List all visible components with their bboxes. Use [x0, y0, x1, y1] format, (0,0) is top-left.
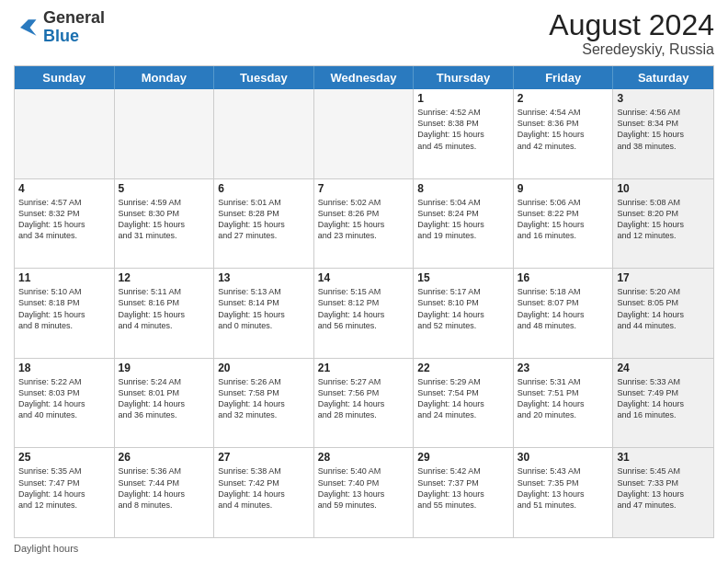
- day-number: 8: [417, 182, 509, 195]
- calendar-cell: 2Sunrise: 4:54 AM Sunset: 8:36 PM Daylig…: [514, 89, 614, 178]
- cell-info: Sunrise: 5:43 AM Sunset: 7:35 PM Dayligh…: [518, 465, 609, 511]
- cell-info: Sunrise: 5:40 AM Sunset: 7:40 PM Dayligh…: [318, 465, 410, 511]
- day-number: 18: [18, 362, 110, 374]
- weekday-header: Thursday: [414, 66, 514, 89]
- cell-info: Sunrise: 5:10 AM Sunset: 8:18 PM Dayligh…: [18, 286, 110, 331]
- day-number: 2: [518, 92, 609, 105]
- calendar-cell: 6Sunrise: 5:01 AM Sunset: 8:28 PM Daylig…: [214, 179, 314, 269]
- day-number: 27: [218, 451, 310, 464]
- svg-marker-0: [20, 19, 37, 36]
- cell-info: Sunrise: 5:15 AM Sunset: 8:12 PM Dayligh…: [318, 286, 410, 331]
- logo: General Blue: [14, 9, 105, 46]
- day-number: 4: [18, 182, 110, 195]
- cell-info: Sunrise: 5:08 AM Sunset: 8:20 PM Dayligh…: [617, 197, 710, 242]
- calendar-cell: 19Sunrise: 5:24 AM Sunset: 8:01 PM Dayli…: [115, 359, 215, 448]
- logo-icon: [14, 15, 40, 40]
- calendar-cell: 28Sunrise: 5:40 AM Sunset: 7:40 PM Dayli…: [314, 448, 415, 537]
- cell-info: Sunrise: 4:57 AM Sunset: 8:32 PM Dayligh…: [18, 197, 110, 242]
- day-number: 5: [119, 182, 210, 195]
- calendar-cell: 30Sunrise: 5:43 AM Sunset: 7:35 PM Dayli…: [514, 448, 614, 537]
- cell-info: Sunrise: 5:24 AM Sunset: 8:01 PM Dayligh…: [119, 376, 210, 421]
- cell-info: Sunrise: 5:17 AM Sunset: 8:10 PM Dayligh…: [417, 286, 509, 331]
- weekday-header: Saturday: [613, 66, 713, 89]
- logo-blue: Blue: [43, 27, 79, 45]
- day-number: 21: [318, 362, 410, 374]
- day-number: 24: [617, 362, 710, 374]
- calendar-cell: 13Sunrise: 5:13 AM Sunset: 8:14 PM Dayli…: [214, 269, 314, 358]
- day-number: 10: [617, 182, 710, 195]
- calendar-cell: 18Sunrise: 5:22 AM Sunset: 8:03 PM Dayli…: [15, 359, 115, 448]
- cell-info: Sunrise: 5:38 AM Sunset: 7:42 PM Dayligh…: [218, 465, 310, 511]
- cell-info: Sunrise: 4:59 AM Sunset: 8:30 PM Dayligh…: [119, 197, 210, 242]
- header: General Blue August 2024 Seredeyskiy, Ru…: [14, 9, 714, 58]
- cell-info: Sunrise: 5:22 AM Sunset: 8:03 PM Dayligh…: [18, 376, 110, 421]
- day-number: 3: [617, 92, 710, 105]
- calendar-row: 1Sunrise: 4:52 AM Sunset: 8:38 PM Daylig…: [15, 89, 713, 178]
- month-year: August 2024: [549, 9, 714, 41]
- calendar-row: 4Sunrise: 4:57 AM Sunset: 8:32 PM Daylig…: [15, 178, 713, 269]
- day-number: 14: [318, 271, 410, 284]
- cell-info: Sunrise: 5:31 AM Sunset: 7:51 PM Dayligh…: [518, 376, 609, 421]
- calendar-cell: [115, 89, 215, 178]
- cell-info: Sunrise: 5:13 AM Sunset: 8:14 PM Dayligh…: [218, 286, 310, 331]
- day-number: 19: [119, 362, 210, 374]
- day-number: 7: [318, 182, 410, 195]
- calendar: SundayMondayTuesdayWednesdayThursdayFrid…: [14, 65, 714, 538]
- weekday-header: Tuesday: [214, 66, 314, 89]
- calendar-cell: 27Sunrise: 5:38 AM Sunset: 7:42 PM Dayli…: [214, 448, 314, 537]
- calendar-cell: [314, 89, 415, 178]
- day-number: 15: [417, 271, 509, 284]
- day-number: 31: [617, 451, 710, 464]
- calendar-cell: 14Sunrise: 5:15 AM Sunset: 8:12 PM Dayli…: [314, 269, 415, 358]
- day-number: 29: [417, 451, 509, 464]
- weekday-header: Wednesday: [314, 66, 415, 89]
- title-block: August 2024 Seredeyskiy, Russia: [549, 9, 714, 58]
- cell-info: Sunrise: 5:01 AM Sunset: 8:28 PM Dayligh…: [218, 197, 310, 242]
- calendar-cell: 1Sunrise: 4:52 AM Sunset: 8:38 PM Daylig…: [414, 89, 514, 178]
- cell-info: Sunrise: 5:11 AM Sunset: 8:16 PM Dayligh…: [119, 286, 210, 331]
- cell-info: Sunrise: 4:54 AM Sunset: 8:36 PM Dayligh…: [518, 107, 609, 152]
- cell-info: Sunrise: 5:04 AM Sunset: 8:24 PM Dayligh…: [417, 197, 509, 242]
- cell-info: Sunrise: 5:20 AM Sunset: 8:05 PM Dayligh…: [617, 286, 710, 331]
- cell-info: Sunrise: 5:36 AM Sunset: 7:44 PM Dayligh…: [119, 465, 210, 511]
- weekday-header: Sunday: [15, 66, 115, 89]
- calendar-cell: 15Sunrise: 5:17 AM Sunset: 8:10 PM Dayli…: [414, 269, 514, 358]
- calendar-header: SundayMondayTuesdayWednesdayThursdayFrid…: [15, 66, 713, 89]
- cell-info: Sunrise: 5:26 AM Sunset: 7:58 PM Dayligh…: [218, 376, 310, 421]
- day-number: 16: [518, 271, 609, 284]
- calendar-cell: 9Sunrise: 5:06 AM Sunset: 8:22 PM Daylig…: [514, 179, 614, 269]
- calendar-cell: 16Sunrise: 5:18 AM Sunset: 8:07 PM Dayli…: [514, 269, 614, 358]
- cell-info: Sunrise: 4:52 AM Sunset: 8:38 PM Dayligh…: [417, 107, 509, 152]
- calendar-cell: 22Sunrise: 5:29 AM Sunset: 7:54 PM Dayli…: [414, 359, 514, 448]
- calendar-cell: 3Sunrise: 4:56 AM Sunset: 8:34 PM Daylig…: [613, 89, 713, 178]
- day-number: 22: [417, 362, 509, 374]
- calendar-cell: 31Sunrise: 5:45 AM Sunset: 7:33 PM Dayli…: [613, 448, 713, 537]
- calendar-cell: 11Sunrise: 5:10 AM Sunset: 8:18 PM Dayli…: [15, 269, 115, 358]
- day-number: 12: [119, 271, 210, 284]
- calendar-cell: 20Sunrise: 5:26 AM Sunset: 7:58 PM Dayli…: [214, 359, 314, 448]
- calendar-cell: 10Sunrise: 5:08 AM Sunset: 8:20 PM Dayli…: [613, 179, 713, 269]
- cell-info: Sunrise: 5:45 AM Sunset: 7:33 PM Dayligh…: [617, 465, 710, 511]
- cell-info: Sunrise: 5:33 AM Sunset: 7:49 PM Dayligh…: [617, 376, 710, 421]
- location: Seredeyskiy, Russia: [549, 41, 714, 58]
- cell-info: Sunrise: 5:42 AM Sunset: 7:37 PM Dayligh…: [417, 465, 509, 511]
- day-number: 23: [518, 362, 609, 374]
- calendar-cell: 4Sunrise: 4:57 AM Sunset: 8:32 PM Daylig…: [15, 179, 115, 269]
- day-number: 30: [518, 451, 609, 464]
- footer: Daylight hours: [14, 543, 714, 554]
- day-number: 11: [18, 271, 110, 284]
- cell-info: Sunrise: 5:02 AM Sunset: 8:26 PM Dayligh…: [318, 197, 410, 242]
- day-number: 1: [417, 92, 509, 105]
- cell-info: Sunrise: 5:18 AM Sunset: 8:07 PM Dayligh…: [518, 286, 609, 331]
- calendar-cell: 25Sunrise: 5:35 AM Sunset: 7:47 PM Dayli…: [15, 448, 115, 537]
- day-number: 17: [617, 271, 710, 284]
- calendar-cell: 23Sunrise: 5:31 AM Sunset: 7:51 PM Dayli…: [514, 359, 614, 448]
- day-number: 9: [518, 182, 609, 195]
- day-number: 28: [318, 451, 410, 464]
- calendar-cell: 7Sunrise: 5:02 AM Sunset: 8:26 PM Daylig…: [314, 179, 415, 269]
- calendar-cell: 12Sunrise: 5:11 AM Sunset: 8:16 PM Dayli…: [115, 269, 215, 358]
- logo-general: General: [43, 8, 105, 27]
- calendar-cell: 29Sunrise: 5:42 AM Sunset: 7:37 PM Dayli…: [414, 448, 514, 537]
- weekday-header: Monday: [115, 66, 215, 89]
- calendar-cell: 24Sunrise: 5:33 AM Sunset: 7:49 PM Dayli…: [613, 359, 713, 448]
